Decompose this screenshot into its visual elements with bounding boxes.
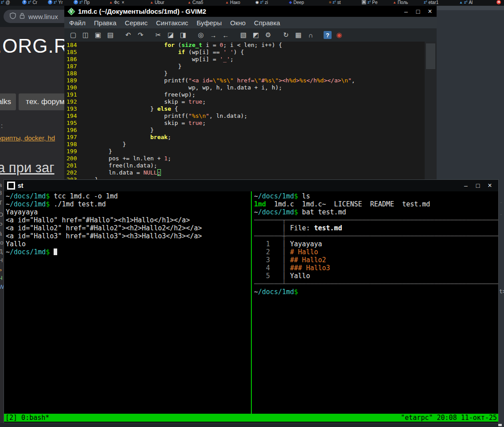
gvim-window-buttons: – □ × xyxy=(403,6,433,17)
tab-label: Al xyxy=(469,0,473,5)
menu-Окно[interactable]: Окно xyxy=(230,19,246,27)
scrollbar-thumb[interactable] xyxy=(426,43,435,69)
st-title-bar[interactable]: st xyxy=(4,180,498,191)
talks-tab-button[interactable]: alks xyxy=(0,93,16,110)
help-icon[interactable]: ? xyxy=(324,31,332,39)
tmux-pane-right[interactable]: ~/docs/1md$ ls1md 1md.c 1md.c~ LICENSE R… xyxy=(254,191,498,415)
st-terminal-window: st – □ × ~/docs/1md$ tcc 1md.c -o 1md~/d… xyxy=(4,179,499,423)
run-script-icon[interactable]: ⚙ xyxy=(263,30,273,40)
terminal-line: ~/docs/1md$ bat test.md xyxy=(254,208,498,216)
browser-tab[interactable]: Я xyxy=(496,0,502,6)
vim-icon: V xyxy=(68,8,74,15)
tab-close-icon[interactable]: × xyxy=(122,0,125,5)
gvim-scrollbar[interactable] xyxy=(425,42,437,179)
save-all-icon[interactable]: ▣ xyxy=(93,30,103,40)
terminal-line: │ File: test.md xyxy=(254,224,498,232)
tab-label: Pe xyxy=(372,0,378,5)
redo-icon[interactable]: ↷ xyxy=(136,30,145,40)
url-bar[interactable]: www.linux xyxy=(4,10,64,23)
copy-icon[interactable]: ◪ xyxy=(166,30,176,40)
sleep-icon: z² xyxy=(332,0,336,5)
menu-Буферы[interactable]: Буферы xyxy=(197,19,222,27)
browser-tab[interactable]: ≡z²st xyxy=(329,0,341,6)
tmux-pane-left[interactable]: ~/docs/1md$ tcc 1md.c -o 1md~/docs/1md$ … xyxy=(6,191,250,415)
terminal-line: ───────┴────────────────────────────────… xyxy=(254,280,498,288)
site-heading: .ORG.RU xyxy=(0,35,64,57)
tmux-host-clock: "etarpc" 20:08 11-окт-25 xyxy=(401,414,497,422)
browser-toolbar: www.linux xyxy=(0,6,64,27)
background-window xyxy=(437,6,504,179)
new-file-icon[interactable]: ▢ xyxy=(68,30,78,40)
find-prev-icon[interactable]: ← xyxy=(221,30,231,40)
clipped-letter: P xyxy=(0,221,3,228)
tech-forum-tab-button[interactable]: тех. форум xyxy=(19,93,64,110)
menu-Синтаксис[interactable]: Синтаксис xyxy=(156,19,188,27)
code-text: skip = true; xyxy=(81,120,206,126)
paste-icon[interactable]: ◨ xyxy=(178,30,188,40)
menu-Справка[interactable]: Справка xyxy=(254,19,280,27)
cut-icon[interactable]: ✂ xyxy=(153,30,163,40)
menu-Правка[interactable]: Правка xyxy=(94,19,117,27)
code-text: } xyxy=(81,127,153,133)
minimize-button[interactable]: – xyxy=(463,182,469,189)
menu-Сервис[interactable]: Сервис xyxy=(125,19,148,27)
sleep-icon: z² xyxy=(1,0,4,5)
terminal-line: 4 │ ### Hallo3 xyxy=(254,264,498,272)
q-icon: ? xyxy=(48,0,52,4)
browser-tab[interactable]: ▲Нако xyxy=(225,0,240,6)
tag-links[interactable]: скрипты, docker, hd xyxy=(0,134,55,142)
find-replace-icon[interactable]: ◎ xyxy=(196,30,206,40)
topic-link[interactable]: а при заг xyxy=(0,160,55,176)
jump-tag-icon[interactable]: ∩ xyxy=(306,30,316,40)
st-window-buttons: – □ × xyxy=(463,180,493,191)
code-line: 184 for (size_t i = 0; i < len; i++) { xyxy=(64,42,425,49)
close-button[interactable]: × xyxy=(427,8,433,16)
save-session-icon[interactable]: ◩ xyxy=(251,30,261,40)
browser-tab[interactable]: ▲z²Al xyxy=(459,0,473,6)
tmux-pane-divider[interactable] xyxy=(251,191,252,415)
sleep-icon: z² xyxy=(464,0,468,5)
browser-tab[interactable]: ▲Поль xyxy=(393,0,408,6)
terminal-line: Yallo xyxy=(6,240,250,248)
load-session-icon[interactable]: ▧ xyxy=(238,30,248,40)
line-number: 196 xyxy=(66,127,77,134)
close-button[interactable]: × xyxy=(487,182,493,190)
gvim-title-bar[interactable]: V 1md.c (~/Документы/docs/1md) - GVIM2 xyxy=(64,6,437,17)
terminal-line: 5 │ Yallo xyxy=(254,272,498,280)
code-line: 200 pos += ln.len + 1; xyxy=(64,155,425,162)
browser-tab[interactable]: ▲Фс× xyxy=(109,0,124,6)
sleep-icon: z² xyxy=(424,0,427,5)
menu-Файл[interactable]: Файл xyxy=(69,19,86,27)
make-icon[interactable]: ↻ xyxy=(281,30,291,40)
line-number: 193 xyxy=(66,105,77,113)
maximize-button[interactable]: □ xyxy=(475,182,481,189)
browser-tab[interactable]: ?z²Yr xyxy=(48,0,63,6)
browser-tab[interactable]: Az²Pe xyxy=(362,0,378,6)
undo-icon[interactable]: ↶ xyxy=(123,30,133,40)
browser-tab[interactable]: ?z²Пр xyxy=(74,0,90,6)
clipped-letter: 3 xyxy=(0,190,2,196)
find-next-icon[interactable]: → xyxy=(208,30,218,40)
browser-tab[interactable]: ▲Слаб xyxy=(188,0,203,6)
code-line: 189 printf("<a id=\"%s\" href=\"#%s\"><h… xyxy=(64,77,425,84)
code-area[interactable]: 184 for (size_t i = 0; i < len; i++) {18… xyxy=(64,42,425,179)
tab-label: Слаб xyxy=(192,0,203,5)
maximize-button[interactable]: □ xyxy=(415,8,421,15)
browser-tab[interactable]: ▲Ubur xyxy=(150,0,164,6)
code-line: 185 if (wp[i] == ' ') { xyxy=(64,49,425,56)
find-help-icon[interactable]: ◉ xyxy=(334,30,344,40)
browser-tab[interactable]: ◆Deep xyxy=(289,0,304,6)
tab-label: Ubur xyxy=(155,0,164,5)
code-line: 190 wp, wp, h, ln.data + i, h); xyxy=(64,84,425,91)
browser-tab[interactable]: ?z²Cr xyxy=(22,0,37,6)
line-number: 194 xyxy=(66,113,77,120)
tab-label: Нако xyxy=(230,0,240,5)
save-file-icon[interactable]: ◫ xyxy=(81,30,90,40)
minimize-button[interactable]: – xyxy=(403,8,409,15)
clipped-letter: to xyxy=(0,239,4,246)
browser-tab[interactable]: z²etar1 xyxy=(424,0,438,6)
browser-tab[interactable]: z²@ xyxy=(1,0,10,6)
browser-tab[interactable]: ◉z²zi xyxy=(255,0,268,6)
build-tags-icon[interactable]: ▦ xyxy=(293,30,303,40)
print-icon[interactable]: ▤ xyxy=(105,30,115,40)
